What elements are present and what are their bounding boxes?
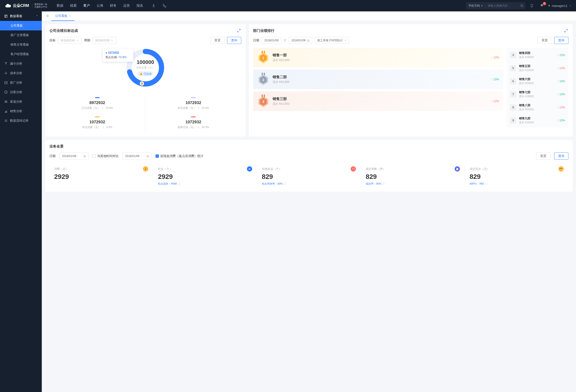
sidebar-item-5[interactable]: 销售分析 (0, 106, 42, 116)
date-input-2[interactable]: 2018/01/08▦ (122, 152, 152, 160)
svg-text:1: 1 (262, 56, 264, 60)
nav-运营[interactable]: 运营 (123, 3, 130, 8)
kpi-icon: ➤ (247, 166, 252, 172)
donut-chart: ● 1072932 所占比例: 70.9% 100000 目标总量（元） 👍已达… (124, 46, 167, 89)
sidebar-item-0[interactable]: 漏斗分析 (0, 59, 42, 68)
calendar-icon: ▦ (146, 154, 149, 158)
tabs: ☰ 公司看板✕ (42, 11, 576, 21)
menu-icon (4, 62, 8, 65)
sidebar-item-2[interactable]: 推广分析 (0, 78, 42, 88)
reset-button[interactable]: 重置 (538, 37, 552, 44)
stat: 1072932超额完成（元） | 89.9% (145, 113, 241, 132)
sidebar-sub-3[interactable]: 客户经理看板 (0, 49, 42, 59)
search-input[interactable] (485, 4, 518, 7)
rank-item: 4销售四部流水 ¥19020↑ 10% (507, 49, 568, 61)
reset-button[interactable]: 重置 (210, 37, 225, 44)
stat: 1072932应完成量（元） | 8.9% (49, 113, 145, 132)
tab-company-dashboard[interactable]: 公司看板✕ (51, 11, 75, 21)
reset-button[interactable]: 重置 (536, 152, 550, 160)
kpi-0: 消费（元）💰2929 (49, 164, 153, 187)
sidebar-item-3[interactable]: 访客分析 (0, 88, 42, 97)
rank-item: 7销售七部流水 ¥19020↑ 10% (507, 88, 568, 100)
svg-rect-4 (5, 15, 7, 18)
search: 手机号码▼ (466, 2, 525, 9)
help-icon[interactable]: ⓘ (284, 182, 286, 185)
sidebar-sub-2[interactable]: 销售主管看板 (0, 40, 42, 49)
mobile-icon[interactable] (528, 2, 535, 9)
calendar-icon: ▦ (83, 154, 86, 158)
query-button[interactable]: 查询 (227, 37, 241, 44)
kpi-4: 成交流水（元）💳829ARPU：¥80 ⓘ (465, 164, 568, 187)
card-title: 公司业绩目标达成 (49, 29, 78, 33)
menu-icon (4, 100, 8, 103)
close-icon[interactable]: ✕ (69, 14, 71, 17)
chevron-up-icon: ˄ (36, 15, 37, 18)
calendar-icon: ▦ (307, 39, 310, 42)
card-rank: 部门业绩排行 日期 2018/01/08 至 2018/01/08▦ 按工单客户… (249, 24, 573, 137)
search-type-select[interactable]: 手机号码▼ (466, 4, 485, 8)
rank-item: 9销售九部流水 ¥19020↑ 10% (507, 114, 568, 127)
date-input-1[interactable]: 2018/01/08▦ (59, 152, 88, 160)
sidebar-collapse-icon[interactable]: ☰ (44, 13, 51, 19)
topbar: 云朵CRM 教育机构一站式服务云平台 数据线索客户公海财务运营报名 手机号码▼ … (0, 0, 576, 11)
help-icon[interactable]: ⓘ (485, 182, 488, 185)
dashboard-icon (4, 14, 8, 18)
logo: 云朵CRM 教育机构一站式服务云平台 (5, 2, 47, 9)
cash-checkbox[interactable]: ✓按现金消费（返点后消费）统计 (155, 154, 203, 158)
user-menu[interactable]: manager11▼ (548, 4, 571, 8)
card-title: 部门业绩排行 (253, 29, 274, 33)
sidebar-item-1[interactable]: 成本分析 (0, 68, 42, 78)
compare-checkbox[interactable]: 与其他时间对比 (92, 154, 119, 158)
nav-客户[interactable]: 客户 (83, 3, 90, 8)
sidebar: 数据看板˄ 公司看板推广主管看板销售主管看板客户经理看板 漏斗分析成本分析推广分… (0, 11, 42, 392)
card-goal: 公司业绩目标达成 目标 请选择目标▼ 周期 请选择周期▼ 重置 查询 (45, 24, 246, 137)
nav-财务[interactable]: 财务 (110, 3, 116, 8)
menu-icon (4, 71, 8, 75)
card-overview: 业务全景 日期 2018/01/08▦ 与其他时间对比 2018/01/08▦ … (45, 140, 573, 192)
phone-icon[interactable] (161, 2, 168, 9)
medal-icon: 2 (257, 73, 269, 85)
svg-point-1 (521, 4, 523, 6)
query-button[interactable]: 查询 (554, 152, 568, 160)
svg-text:3: 3 (262, 100, 264, 104)
search-button[interactable] (518, 2, 525, 9)
nav-线索[interactable]: 线索 (70, 3, 77, 8)
help-icon[interactable]: ⓘ (382, 182, 385, 185)
main: ☰ 公司看板✕ 公司业绩目标达成 目标 请选择目标▼ 周期 请选择周期▼ (42, 11, 576, 392)
sidebar-sub-0[interactable]: 公司看板 (0, 21, 42, 30)
svg-text:2: 2 (262, 78, 264, 82)
nav-报名[interactable]: 报名 (137, 3, 143, 8)
date-to[interactable]: 2018/01/08▦ (289, 37, 312, 44)
kpi-icon: 🛡 (351, 166, 356, 172)
date-from[interactable]: 2018/01/08 (262, 37, 281, 44)
rank-item: 8销售八部流水 ¥19020↓ 12% (507, 101, 568, 114)
help-icon[interactable]: ⓘ (178, 182, 180, 185)
sidebar-group-dashboard[interactable]: 数据看板˄ (0, 11, 42, 21)
menu-icon (4, 81, 8, 84)
kpi-icon: 💰 (143, 166, 148, 172)
kpi-icon: 💳 (558, 166, 564, 172)
top-nav: 数据线索客户公海财务运营报名 (57, 3, 143, 8)
kpi-1: 机会（个）➤2929机会成本：¥948 ⓘ (153, 164, 257, 187)
nav-数据[interactable]: 数据 (57, 3, 63, 8)
menu-icon (4, 90, 8, 94)
expand-icon[interactable] (564, 29, 568, 33)
query-button[interactable]: 查询 (554, 37, 568, 44)
nav-公海[interactable]: 公海 (97, 3, 103, 8)
period-select[interactable]: 请选择周期▼ (93, 37, 116, 44)
svg-point-9 (140, 82, 144, 85)
user-icon[interactable] (150, 2, 157, 9)
medal-icon: 1 (257, 52, 269, 63)
sidebar-sub-1[interactable]: 推广主管看板 (0, 30, 42, 40)
sidebar-item-4[interactable]: 渠道分析 (0, 97, 42, 106)
rank-top-3: 3销售三部流水 ¥10,900↓ 12% (253, 91, 503, 111)
kpi-icon: 📋 (455, 166, 460, 172)
menu-icon (4, 110, 8, 113)
mode-select[interactable]: 按工单客户经理统计▼ (315, 37, 349, 44)
kpi-3: 成交单数（单）📋829成交率：80% ⓘ (361, 164, 465, 187)
svg-point-0 (153, 4, 154, 6)
expand-icon[interactable] (237, 29, 241, 33)
target-select[interactable]: 请选择目标▼ (58, 37, 82, 44)
sidebar-item-6[interactable]: 数据流转记录 (0, 116, 42, 125)
bell-icon[interactable]: 5 (539, 2, 545, 9)
